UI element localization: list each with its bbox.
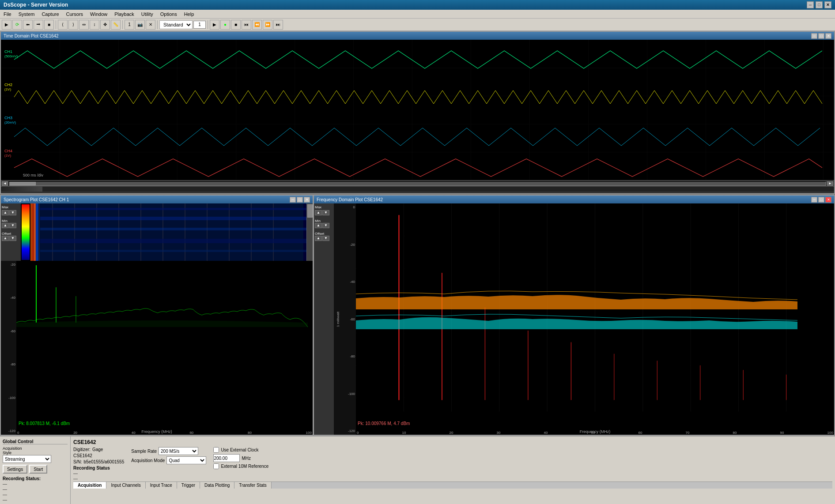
maximize-btn[interactable]: □ (816, 1, 823, 8)
fd-max-down[interactable]: ▼ (322, 210, 329, 215)
digitizer-label: Digitizer: (73, 447, 91, 452)
mode-value[interactable] (193, 21, 206, 29)
menu-utility[interactable]: Utility (138, 11, 157, 18)
menu-options[interactable]: Options (157, 11, 181, 18)
new-btn[interactable]: ▶ (2, 20, 11, 30)
fd-min-arrows: ▲ ▼ (315, 223, 333, 228)
back-btn[interactable]: ⮕ (34, 20, 43, 30)
svg-rect-1 (1, 40, 834, 180)
save-btn[interactable]: ⬅ (23, 20, 33, 30)
sg-offset-down[interactable]: ▼ (9, 236, 16, 241)
open-btn[interactable]: ⟳ (12, 20, 22, 30)
sg-max-up[interactable]: ▲ (2, 210, 9, 215)
next-btn[interactable]: ⏩ (263, 20, 272, 30)
scroll-left[interactable]: ◄ (2, 181, 8, 186)
fd-min-up[interactable]: ▲ (315, 223, 322, 228)
fd-minimize[interactable]: ─ (811, 197, 817, 203)
sg-offset-up[interactable]: ▲ (2, 236, 9, 241)
minimize-btn[interactable]: ─ (807, 1, 814, 8)
acq-mode-dropdown[interactable]: Quad (166, 456, 206, 464)
sg-y0: -20 (2, 263, 15, 267)
acq-style-label: AcquisitionStyle (3, 446, 68, 455)
tab-acquisition[interactable]: Acquisition (73, 482, 106, 489)
zoom-out-btn[interactable]: ⟩ (68, 20, 78, 30)
sg-min-up[interactable]: ▲ (2, 223, 9, 228)
sg-maximize[interactable]: □ (297, 197, 303, 203)
settings-button[interactable]: Settings (3, 465, 27, 474)
svg-text:CH2: CH2 (4, 83, 12, 87)
sg-min-label: Min (2, 219, 20, 223)
next2-btn[interactable]: ⏭ (273, 20, 283, 30)
device-name: CSE1642 (73, 453, 92, 458)
ext-clock-checkbox[interactable] (213, 447, 219, 453)
sn-label: S/N: (73, 459, 82, 464)
fd-max-up[interactable]: ▲ (315, 210, 322, 215)
menu-help[interactable]: Help (181, 11, 198, 18)
svg-rect-29 (40, 208, 306, 210)
ext-clock-freq-input[interactable] (213, 454, 240, 462)
cursor-btn[interactable]: ✥ (100, 20, 110, 30)
sg-max-down[interactable]: ▼ (9, 210, 16, 215)
tab-input-trace[interactable]: Input Trace (146, 482, 177, 489)
scroll-right[interactable]: ► (827, 181, 833, 186)
acq-style-dropdown[interactable]: Streaming (3, 455, 51, 463)
prev2-btn[interactable]: ⏪ (252, 20, 262, 30)
tab-input-channels[interactable]: Input Channels (106, 482, 145, 489)
ext-10m-checkbox[interactable] (213, 463, 219, 469)
menu-file[interactable]: File (0, 11, 15, 18)
sample-rate-dropdown[interactable]: 200 MS/s (159, 447, 198, 455)
sg-scroll-thumb[interactable] (307, 204, 313, 218)
tab-transfer-stats[interactable]: Transfer Stats (234, 482, 271, 489)
play-btn[interactable]: ▶ (210, 20, 219, 30)
mode-dropdown[interactable]: Standard (159, 20, 193, 29)
ext-clock-label: Use External Clock (221, 448, 258, 452)
svg-rect-31 (40, 228, 306, 230)
time-domain-scrollbar[interactable]: ◄ ► (1, 180, 834, 186)
td-close[interactable]: ✕ (825, 33, 831, 39)
sg-vscroll[interactable] (306, 203, 313, 261)
menu-playback[interactable]: Playback (111, 11, 138, 18)
stop-btn[interactable]: ■ (44, 20, 54, 30)
menu-capture[interactable]: Capture (38, 11, 62, 18)
zoom-fit-btn[interactable]: ⇔ (79, 20, 89, 30)
tab-data-plotting[interactable]: Data Plotting (200, 482, 234, 489)
fd-close[interactable]: ✕ (825, 197, 831, 203)
fd-offset-down[interactable]: ▼ (322, 236, 329, 241)
sg-minimize[interactable]: ─ (290, 197, 296, 203)
fd-offset-up[interactable]: ▲ (315, 236, 322, 241)
ch1-btn[interactable]: 1 (125, 20, 134, 30)
fd-maximize[interactable]: □ (818, 197, 824, 203)
time-domain-panel: Time Domain Plot CSE1642 ─ □ ✕ CH1 (0, 31, 835, 194)
stop2-btn[interactable]: ■ (231, 20, 241, 30)
sg-min-down[interactable]: ▼ (9, 223, 16, 228)
prev-btn[interactable]: ⏮ (242, 20, 251, 30)
scrollbar-track[interactable] (9, 181, 826, 186)
td-minimize[interactable]: ─ (811, 33, 817, 39)
scrollbar-thumb[interactable] (9, 182, 36, 185)
fd-min-down[interactable]: ▼ (322, 223, 329, 228)
close-btn[interactable]: ✕ (824, 1, 831, 8)
svg-text:(500mV): (500mV) (4, 54, 18, 58)
name-row: CSE1642 (73, 453, 124, 458)
window-controls: ─ □ ✕ (807, 1, 831, 8)
sg-y1: -40 (2, 296, 15, 300)
status-line-3: — (3, 492, 68, 497)
zoom-in-btn[interactable]: ⟨ (58, 20, 68, 30)
td-maximize[interactable]: □ (818, 33, 824, 39)
play2-btn[interactable]: ● (220, 20, 230, 30)
pan-btn[interactable]: ↕ (90, 20, 99, 30)
waterfall-svg (30, 203, 306, 261)
menu-cursors[interactable]: Cursors (63, 11, 87, 18)
measure-btn[interactable]: 📏 (111, 20, 121, 30)
start-button[interactable]: Start (29, 465, 47, 474)
delete-btn[interactable]: ✕ (146, 20, 155, 30)
fd-y1: -20 (344, 243, 355, 247)
sg-y3: -80 (2, 362, 15, 366)
sg-close[interactable]: ✕ (304, 197, 310, 203)
tab-trigger[interactable]: Trigger (177, 482, 200, 489)
acq-mode-label: Acquisition Mode (131, 458, 165, 463)
spectrogram-title: Spectrogram Plot CSE1642 CH 1 (4, 197, 69, 202)
capture-btn[interactable]: 📷 (135, 20, 145, 30)
menu-window[interactable]: Window (87, 11, 111, 18)
menu-system[interactable]: System (15, 11, 38, 18)
